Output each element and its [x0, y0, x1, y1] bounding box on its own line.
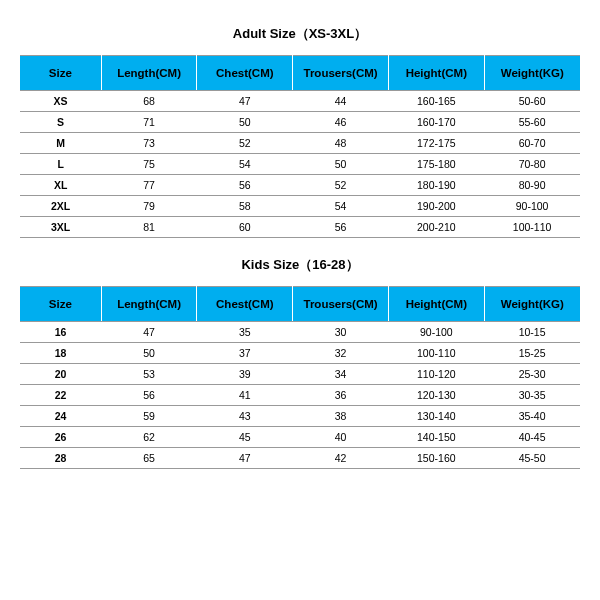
- cell-trousers: 50: [293, 154, 389, 175]
- cell-height: 90-100: [388, 322, 484, 343]
- cell-chest: 41: [197, 385, 293, 406]
- cell-trousers: 42: [293, 448, 389, 469]
- header-chest: Chest(CM): [197, 287, 293, 322]
- cell-trousers: 54: [293, 196, 389, 217]
- cell-chest: 47: [197, 91, 293, 112]
- cell-length: 50: [101, 343, 197, 364]
- cell-length: 65: [101, 448, 197, 469]
- adult-title: Adult Size（XS-3XL）: [20, 25, 580, 43]
- cell-size: L: [20, 154, 101, 175]
- cell-trousers: 56: [293, 217, 389, 238]
- cell-chest: 50: [197, 112, 293, 133]
- cell-size: M: [20, 133, 101, 154]
- cell-height: 190-200: [388, 196, 484, 217]
- cell-chest: 47: [197, 448, 293, 469]
- cell-trousers: 44: [293, 91, 389, 112]
- header-weight: Weight(KG): [484, 287, 580, 322]
- cell-trousers: 40: [293, 427, 389, 448]
- cell-height: 172-175: [388, 133, 484, 154]
- cell-size: 3XL: [20, 217, 101, 238]
- cell-weight: 10-15: [484, 322, 580, 343]
- cell-weight: 80-90: [484, 175, 580, 196]
- table-row: M735248172-17560-70: [20, 133, 580, 154]
- cell-length: 77: [101, 175, 197, 196]
- cell-weight: 60-70: [484, 133, 580, 154]
- cell-chest: 54: [197, 154, 293, 175]
- cell-size: S: [20, 112, 101, 133]
- header-size: Size: [20, 56, 101, 91]
- table-row: 18503732100-11015-25: [20, 343, 580, 364]
- cell-chest: 35: [197, 322, 293, 343]
- table-row: XL775652180-19080-90: [20, 175, 580, 196]
- cell-length: 47: [101, 322, 197, 343]
- adult-header-row: Size Length(CM) Chest(CM) Trousers(CM) H…: [20, 56, 580, 91]
- table-row: 20533934110-12025-30: [20, 364, 580, 385]
- table-row: 26624540140-15040-45: [20, 427, 580, 448]
- cell-chest: 37: [197, 343, 293, 364]
- table-row: XS684744160-16550-60: [20, 91, 580, 112]
- cell-length: 68: [101, 91, 197, 112]
- cell-weight: 40-45: [484, 427, 580, 448]
- cell-length: 73: [101, 133, 197, 154]
- cell-trousers: 30: [293, 322, 389, 343]
- header-length: Length(CM): [101, 56, 197, 91]
- cell-height: 175-180: [388, 154, 484, 175]
- header-trousers: Trousers(CM): [293, 56, 389, 91]
- table-row: L755450175-18070-80: [20, 154, 580, 175]
- cell-weight: 35-40: [484, 406, 580, 427]
- cell-weight: 50-60: [484, 91, 580, 112]
- cell-size: 22: [20, 385, 101, 406]
- cell-length: 71: [101, 112, 197, 133]
- kids-table: Size Length(CM) Chest(CM) Trousers(CM) H…: [20, 286, 580, 469]
- cell-size: 20: [20, 364, 101, 385]
- header-height: Height(CM): [388, 56, 484, 91]
- table-row: 3XL816056200-210100-110: [20, 217, 580, 238]
- header-height: Height(CM): [388, 287, 484, 322]
- cell-length: 59: [101, 406, 197, 427]
- header-weight: Weight(KG): [484, 56, 580, 91]
- kids-header-row: Size Length(CM) Chest(CM) Trousers(CM) H…: [20, 287, 580, 322]
- cell-length: 81: [101, 217, 197, 238]
- cell-trousers: 32: [293, 343, 389, 364]
- cell-chest: 52: [197, 133, 293, 154]
- table-row: 2XL795854190-20090-100: [20, 196, 580, 217]
- table-row: 22564136120-13030-35: [20, 385, 580, 406]
- cell-height: 180-190: [388, 175, 484, 196]
- cell-height: 160-170: [388, 112, 484, 133]
- table-row: 1647353090-10010-15: [20, 322, 580, 343]
- cell-trousers: 36: [293, 385, 389, 406]
- cell-trousers: 52: [293, 175, 389, 196]
- cell-height: 150-160: [388, 448, 484, 469]
- cell-height: 140-150: [388, 427, 484, 448]
- cell-size: 24: [20, 406, 101, 427]
- cell-trousers: 46: [293, 112, 389, 133]
- table-row: S715046160-17055-60: [20, 112, 580, 133]
- cell-length: 75: [101, 154, 197, 175]
- adult-table: Size Length(CM) Chest(CM) Trousers(CM) H…: [20, 55, 580, 238]
- cell-length: 53: [101, 364, 197, 385]
- cell-weight: 25-30: [484, 364, 580, 385]
- cell-weight: 45-50: [484, 448, 580, 469]
- cell-height: 120-130: [388, 385, 484, 406]
- cell-weight: 90-100: [484, 196, 580, 217]
- cell-size: XS: [20, 91, 101, 112]
- cell-weight: 70-80: [484, 154, 580, 175]
- cell-size: XL: [20, 175, 101, 196]
- header-chest: Chest(CM): [197, 56, 293, 91]
- cell-height: 200-210: [388, 217, 484, 238]
- cell-trousers: 48: [293, 133, 389, 154]
- header-size: Size: [20, 287, 101, 322]
- cell-size: 26: [20, 427, 101, 448]
- cell-height: 130-140: [388, 406, 484, 427]
- cell-size: 2XL: [20, 196, 101, 217]
- header-trousers: Trousers(CM): [293, 287, 389, 322]
- cell-length: 62: [101, 427, 197, 448]
- header-length: Length(CM): [101, 287, 197, 322]
- cell-chest: 39: [197, 364, 293, 385]
- cell-size: 16: [20, 322, 101, 343]
- cell-chest: 56: [197, 175, 293, 196]
- cell-height: 100-110: [388, 343, 484, 364]
- cell-height: 160-165: [388, 91, 484, 112]
- table-row: 28654742150-16045-50: [20, 448, 580, 469]
- cell-weight: 30-35: [484, 385, 580, 406]
